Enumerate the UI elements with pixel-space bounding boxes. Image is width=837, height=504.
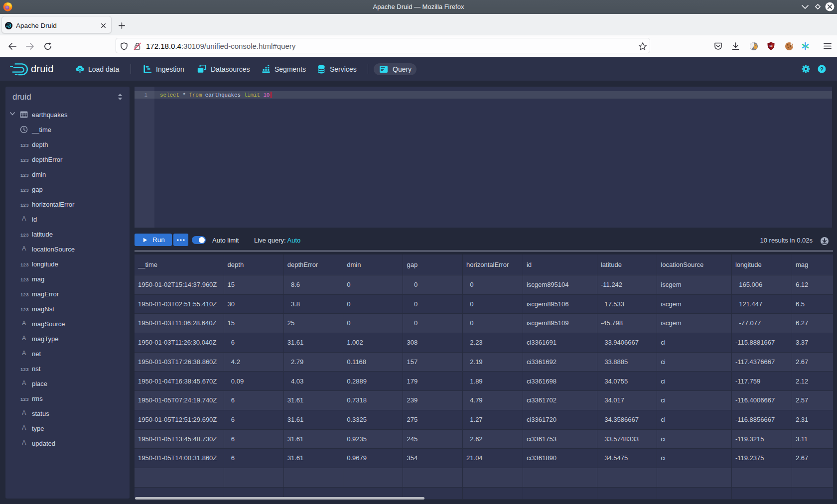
svg-text:uo: uo	[769, 44, 772, 47]
svg-text:?: ?	[820, 66, 824, 72]
